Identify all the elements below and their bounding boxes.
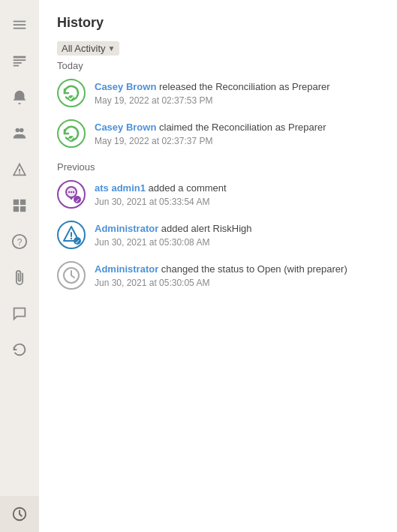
svg-rect-12 <box>20 206 26 212</box>
sidebar-item-team[interactable] <box>0 116 39 152</box>
svg-rect-2 <box>14 28 26 29</box>
today-activity-list: Casey Brown released the Reconciliation … <box>57 79 382 148</box>
activity-item: Administrator changed the status to Open… <box>57 261 382 290</box>
svg-point-8 <box>20 128 24 133</box>
svg-point-7 <box>16 128 20 133</box>
sidebar-item-refresh[interactable] <box>0 332 39 368</box>
svg-point-30 <box>71 238 72 239</box>
svg-point-16 <box>58 80 85 107</box>
activity-item: Casey Brown released the Reconciliation … <box>57 79 382 107</box>
detail-icon <box>11 53 28 70</box>
activity-user-1[interactable]: Casey Brown <box>95 81 156 92</box>
svg-rect-3 <box>14 56 26 59</box>
activity-icon-blue-alert: ✓ <box>57 221 86 249</box>
svg-rect-9 <box>14 200 19 205</box>
svg-point-18 <box>58 120 85 147</box>
sidebar-item-comments[interactable] <box>0 296 39 332</box>
activity-text-3: ats admin1 added a comment Jun 30, 2021 … <box>95 180 382 207</box>
activity-main-text-5: Administrator changed the status to Open… <box>95 263 382 276</box>
sidebar-item-list[interactable] <box>0 8 39 44</box>
help-icon: ? <box>11 233 28 250</box>
svg-rect-0 <box>14 21 26 23</box>
svg-point-25 <box>73 191 74 193</box>
activity-text-5: Administrator changed the status to Open… <box>95 261 382 288</box>
svg-line-36 <box>71 275 74 278</box>
activity-user-2[interactable]: Casey Brown <box>95 122 156 133</box>
activity-item: ✓ Administrator added alert RiskHigh Jun… <box>57 221 382 249</box>
sidebar-item-detail[interactable] <box>0 44 39 80</box>
activity-action-1: released the Reconciliation as Preparer <box>159 81 330 92</box>
activity-icon-gray-clock <box>57 261 86 290</box>
paperclip-icon <box>11 269 28 286</box>
svg-rect-6 <box>14 65 19 67</box>
activity-user-5[interactable]: Administrator <box>95 263 158 275</box>
svg-text:?: ? <box>17 237 23 248</box>
sidebar-item-help[interactable]: ? <box>0 224 39 260</box>
filter-row: All Activity ▼ <box>57 41 382 56</box>
grid-icon <box>11 197 28 214</box>
activity-icon-green-cycle-2 <box>57 119 86 148</box>
svg-point-24 <box>71 191 72 193</box>
activity-timestamp-1: May 19, 2022 at 02:37:53 PM <box>95 95 382 106</box>
activity-timestamp-3: Jun 30, 2021 at 05:33:54 AM <box>95 197 382 207</box>
refresh-icon <box>11 341 28 358</box>
filter-label: All Activity <box>62 43 106 54</box>
dropdown-arrow-icon: ▼ <box>108 44 116 53</box>
sidebar-item-attachments[interactable] <box>0 260 39 296</box>
history-icon <box>11 506 28 522</box>
sidebar-item-notifications[interactable] <box>0 80 39 116</box>
activity-main-text-4: Administrator added alert RiskHigh <box>95 222 382 236</box>
svg-point-23 <box>68 191 70 193</box>
activity-filter-dropdown[interactable]: All Activity ▼ <box>57 41 119 56</box>
activity-text-4: Administrator added alert RiskHigh Jun 3… <box>95 221 382 248</box>
list-icon <box>11 17 28 34</box>
svg-text:✓: ✓ <box>75 239 80 245</box>
activity-text-1: Casey Brown released the Reconciliation … <box>95 79 382 106</box>
main-content: History All Activity ▼ Today Casey Brow <box>39 0 397 532</box>
activity-text-2: Casey Brown claimed the Reconciliation a… <box>95 119 382 146</box>
warning-icon <box>11 161 28 178</box>
sidebar-item-grid[interactable] <box>0 188 39 224</box>
sidebar: ? <box>0 0 39 532</box>
previous-activity-list: ✓ ats admin1 added a comment Jun 30, 202… <box>57 180 382 290</box>
activity-item: Casey Brown claimed the Reconciliation a… <box>57 119 382 148</box>
activity-main-text-1: Casey Brown released the Reconciliation … <box>95 80 382 94</box>
activity-timestamp-4: Jun 30, 2021 at 05:30:08 AM <box>95 237 382 248</box>
activity-user-4[interactable]: Administrator <box>95 223 158 234</box>
activity-main-text-2: Casey Brown claimed the Reconciliation a… <box>95 121 382 134</box>
svg-rect-11 <box>14 206 19 212</box>
team-icon <box>11 125 28 142</box>
svg-rect-4 <box>14 59 26 61</box>
sidebar-item-history[interactable] <box>0 496 39 532</box>
activity-timestamp-5: Jun 30, 2021 at 05:30:05 AM <box>95 278 382 288</box>
svg-rect-1 <box>14 24 26 26</box>
svg-text:✓: ✓ <box>75 197 80 204</box>
sidebar-item-warning[interactable] <box>0 152 39 188</box>
activity-action-2: claimed the Reconciliation as Preparer <box>159 122 326 133</box>
activity-user-3[interactable]: ats admin1 <box>95 182 146 194</box>
activity-item: ✓ ats admin1 added a comment Jun 30, 202… <box>57 180 382 209</box>
activity-timestamp-2: May 19, 2022 at 02:37:37 PM <box>95 136 382 146</box>
page-title: History <box>57 15 382 31</box>
activity-action-3: added a comment <box>149 182 227 194</box>
svg-rect-10 <box>20 200 26 205</box>
activity-action-5: changed the status to Open (with prepare… <box>161 263 347 275</box>
activity-main-text-3: ats admin1 added a comment <box>95 182 382 195</box>
comment-icon <box>11 305 28 322</box>
svg-rect-5 <box>14 62 22 64</box>
activity-icon-purple-comment: ✓ <box>57 180 86 209</box>
bell-icon <box>11 89 28 106</box>
section-previous-label: Previous <box>57 161 382 173</box>
section-today-label: Today <box>57 60 382 71</box>
activity-icon-green-cycle-1 <box>57 79 86 107</box>
activity-action-4: added alert RiskHigh <box>161 223 252 234</box>
